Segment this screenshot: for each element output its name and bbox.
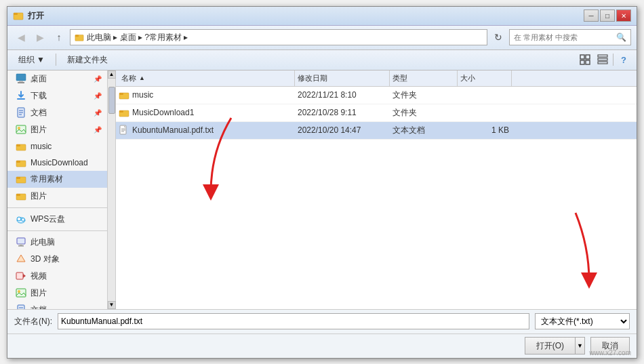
main-content: 桌面 📌 下载 📌 (7, 70, 637, 309)
desktop-icon (16, 73, 26, 84)
svg-point-31 (22, 218, 25, 222)
filetype-select[interactable]: 文本文件(*.txt) (535, 313, 630, 329)
video-icon (16, 270, 26, 281)
view-grid-button[interactable] (578, 52, 592, 67)
help-button[interactable]: ? (616, 52, 631, 67)
open-button[interactable]: 打开(O) (525, 337, 576, 355)
close-button[interactable]: ✕ (616, 9, 631, 22)
file-size-cell: 1 KB (460, 125, 515, 135)
table-row[interactable]: KubuntuManual.pdf.txt 2022/10/20 14:47 文… (116, 122, 637, 140)
sidebar-item-pc-documents[interactable]: 文档 (7, 302, 107, 309)
file-type-cell: 文本文档 (393, 125, 460, 136)
maximize-button[interactable]: □ (600, 9, 615, 22)
file-list: music 2022/11/21 8:10 文件夹 MusicDownload1… (116, 87, 637, 309)
sidebar-item-images[interactable]: 图片 (7, 188, 107, 205)
sidebar-item-pc-pictures[interactable]: 图片 (7, 285, 107, 302)
sidebar-item-musicdownload[interactable]: MusicDownload (7, 155, 107, 171)
sidebar-scrollbar[interactable]: ▲ ▼ (107, 70, 115, 309)
dialog-title: 打开 (28, 10, 44, 22)
sidebar-item-label: music (31, 142, 52, 151)
sidebar-item-pictures[interactable]: 图片 📌 (7, 121, 107, 138)
svg-rect-9 (598, 58, 607, 60)
new-folder-button[interactable]: 新建文件夹 (62, 52, 113, 67)
file-date-cell: 2022/10/28 9:11 (298, 108, 393, 117)
new-folder-label: 新建文件夹 (67, 54, 108, 66)
svg-rect-5 (586, 55, 590, 59)
svg-rect-44 (119, 93, 123, 95)
sidebar-item-3d-objects[interactable]: 3D 对象 (7, 251, 107, 268)
scroll-down-arrow[interactable]: ▼ (108, 301, 116, 309)
up-button[interactable]: ↑ (51, 29, 67, 45)
organize-label: 组织 (18, 54, 35, 66)
grid-icon (580, 54, 590, 65)
document-icon2 (16, 304, 26, 309)
table-row[interactable]: music 2022/11/21 8:10 文件夹 (116, 87, 637, 104)
computer-icon (16, 237, 26, 247)
svg-rect-24 (16, 161, 20, 163)
svg-rect-7 (586, 60, 590, 64)
watermark: www.x27.com (589, 349, 631, 357)
sidebar-item-label: 图片 (31, 124, 47, 136)
file-type-cell: 文件夹 (393, 107, 460, 119)
sidebar-item-label: 桌面 (31, 73, 47, 85)
3d-icon (16, 254, 26, 264)
svg-rect-4 (580, 55, 584, 59)
col-size-label: 大小 (460, 73, 475, 83)
sidebar-item-label: 文档 (31, 107, 47, 119)
sort-arrow-icon: ▲ (139, 75, 145, 81)
sidebar-item-video[interactable]: 视频 (7, 268, 107, 285)
sidebar-item-label: 文档 (31, 304, 47, 309)
open-dropdown-arrow: ▼ (577, 342, 583, 349)
svg-rect-36 (16, 272, 23, 279)
sidebar-item-common-materials[interactable]: 常用素材 (7, 171, 107, 188)
svg-rect-38 (16, 289, 26, 297)
pin-icon: 📌 (94, 75, 102, 83)
sidebar-item-wps-cloud[interactable]: WPS云盘 (7, 211, 107, 228)
pin-icon: 📌 (94, 126, 102, 134)
forward-button[interactable]: ▶ (32, 29, 48, 45)
sidebar-item-label: 此电脑 (31, 237, 55, 248)
view-separator (613, 54, 613, 66)
scroll-up-arrow[interactable]: ▲ (108, 70, 116, 79)
breadcrumb[interactable]: 此电脑 ▸ 桌面 ▸ ?常用素材 ▸ (70, 29, 487, 45)
refresh-button[interactable]: ↻ (490, 29, 506, 45)
sidebar-item-music[interactable]: music (7, 138, 107, 155)
folder-icon (16, 157, 26, 168)
col-header-name[interactable]: 名称 ▲ (119, 70, 295, 86)
details-icon (597, 54, 608, 65)
sidebar-item-this-pc[interactable]: 此电脑 (7, 234, 107, 251)
svg-rect-33 (20, 244, 22, 245)
sidebar-item-label: 下载 (31, 90, 47, 102)
back-button[interactable]: ◀ (13, 29, 29, 45)
download-icon (16, 90, 26, 101)
col-date-label: 修改日期 (298, 73, 327, 83)
sidebar-item-documents[interactable]: 文档 📌 (7, 104, 107, 121)
organize-button[interactable]: 组织 ▼ (13, 52, 50, 67)
col-header-type[interactable]: 类型 (390, 70, 458, 86)
svg-rect-40 (18, 305, 24, 309)
sidebar-item-desktop[interactable]: 桌面 📌 (7, 70, 107, 87)
scrollbar-thumb[interactable] (108, 87, 115, 114)
svg-rect-19 (16, 125, 26, 134)
col-header-size[interactable]: 大小 (458, 70, 512, 86)
folder-icon (16, 190, 26, 201)
minimize-button[interactable]: ─ (584, 9, 599, 22)
sidebar-item-label: WPS云盘 (31, 214, 65, 225)
sidebar-item-download[interactable]: 下载 📌 (7, 87, 107, 104)
col-name-label: 名称 (121, 73, 136, 83)
folder-icon (119, 89, 129, 100)
cloud-icon (16, 214, 26, 224)
view-details-button[interactable] (595, 52, 610, 67)
svg-rect-14 (17, 98, 25, 100)
search-input[interactable] (514, 33, 613, 41)
file-area: 名称 ▲ 修改日期 类型 大小 (116, 70, 637, 309)
open-dropdown-button[interactable]: ▼ (576, 337, 585, 355)
txt-file-icon (119, 125, 129, 136)
filename-input[interactable] (58, 313, 529, 329)
open-button-group: 打开(O) ▼ (525, 337, 585, 355)
svg-rect-28 (16, 194, 20, 196)
table-row[interactable]: MusicDownload1 2022/10/28 9:11 文件夹 (116, 104, 637, 122)
col-header-date[interactable]: 修改日期 (295, 70, 390, 86)
folder-icon (16, 141, 26, 152)
sidebar-divider2 (7, 230, 107, 231)
